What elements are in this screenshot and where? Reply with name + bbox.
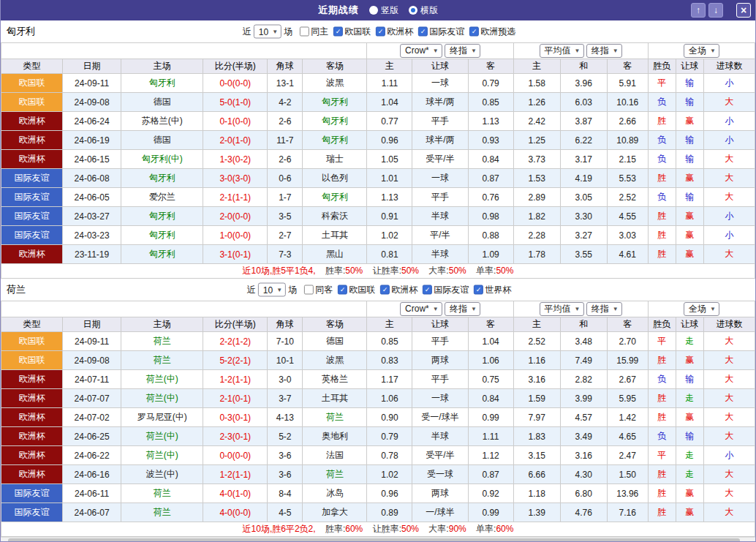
- home-team[interactable]: 德国: [121, 93, 203, 112]
- home-team[interactable]: 荷兰(中): [121, 370, 203, 389]
- home-team[interactable]: 荷兰: [121, 351, 203, 370]
- away-team[interactable]: 波黑: [303, 351, 367, 370]
- home-team[interactable]: 匈牙利: [121, 245, 203, 264]
- average-select[interactable]: 平均值▼: [540, 302, 584, 316]
- home-team[interactable]: 荷兰(中): [121, 389, 203, 408]
- away-team[interactable]: 冰岛: [303, 484, 367, 503]
- away-team[interactable]: 荷兰: [303, 408, 367, 427]
- match-score[interactable]: 1-0(0-0): [203, 226, 268, 245]
- fulltime-select[interactable]: 全场▼: [684, 44, 719, 58]
- match-score[interactable]: 4-0(1-0): [203, 484, 268, 503]
- average-select[interactable]: 平均值▼: [540, 44, 584, 58]
- league-badge[interactable]: 欧国联: [1, 74, 63, 93]
- match-score[interactable]: 2-0(0-0): [203, 207, 268, 226]
- league-badge[interactable]: 国际友谊: [1, 503, 63, 522]
- scrollbar-thumb[interactable]: [8, 538, 740, 542]
- league-filter-checkbox[interactable]: ✓ 世界杯: [474, 284, 511, 296]
- away-team[interactable]: 匈牙利: [303, 93, 367, 112]
- league-badge[interactable]: 欧洲杯: [1, 370, 63, 389]
- league-badge[interactable]: 欧洲杯: [1, 112, 63, 131]
- match-score[interactable]: 2-1(0-1): [203, 389, 268, 408]
- match-score[interactable]: 2-3(0-1): [203, 427, 268, 446]
- league-badge[interactable]: 国际友谊: [1, 226, 63, 245]
- match-score[interactable]: 1-3(0-2): [203, 150, 268, 169]
- league-filter-checkbox[interactable]: ✓ 欧国联: [333, 26, 371, 38]
- layout-radio-horizontal[interactable]: 横版: [409, 4, 438, 17]
- league-badge[interactable]: 欧国联: [1, 351, 63, 370]
- home-team[interactable]: 波兰(中): [121, 465, 203, 484]
- league-badge[interactable]: 国际友谊: [1, 207, 63, 226]
- match-score[interactable]: 3-0(3-0): [203, 169, 268, 188]
- league-badge[interactable]: 欧洲杯: [1, 150, 63, 169]
- away-team[interactable]: 荷兰: [303, 465, 367, 484]
- away-team[interactable]: 土耳其: [303, 389, 367, 408]
- away-team[interactable]: 瑞士: [303, 150, 367, 169]
- league-badge[interactable]: 国际友谊: [1, 188, 63, 207]
- away-team[interactable]: 以色列: [303, 169, 367, 188]
- away-team[interactable]: 匈牙利: [303, 131, 367, 150]
- home-team[interactable]: 德国: [121, 131, 203, 150]
- home-team[interactable]: 荷兰(中): [121, 427, 203, 446]
- match-score[interactable]: 1-2(1-1): [203, 370, 268, 389]
- away-team[interactable]: 黑山: [303, 245, 367, 264]
- match-score[interactable]: 0-0(0-0): [203, 74, 268, 93]
- close-button[interactable]: ×: [736, 3, 751, 18]
- home-team[interactable]: 荷兰: [121, 484, 203, 503]
- home-team[interactable]: 匈牙利: [121, 74, 203, 93]
- average-time-select[interactable]: 终指▼: [586, 44, 622, 58]
- match-score[interactable]: 2-1(1-1): [203, 188, 268, 207]
- league-badge[interactable]: 欧洲杯: [1, 446, 63, 465]
- match-score[interactable]: 3-1(0-1): [203, 245, 268, 264]
- away-team[interactable]: 波黑: [303, 74, 367, 93]
- match-score[interactable]: 2-2(1-2): [203, 332, 268, 351]
- away-team[interactable]: 匈牙利: [303, 112, 367, 131]
- league-badge[interactable]: 欧洲杯: [1, 389, 63, 408]
- league-badge[interactable]: 国际友谊: [1, 169, 63, 188]
- league-filter-checkbox[interactable]: ✓ 欧洲杯: [380, 284, 417, 296]
- home-team[interactable]: 罗马尼亚(中): [121, 408, 203, 427]
- home-team[interactable]: 苏格兰(中): [121, 112, 203, 131]
- fulltime-select[interactable]: 全场▼: [684, 302, 719, 316]
- home-team[interactable]: 荷兰: [121, 503, 203, 522]
- league-filter-checkbox[interactable]: ✓ 欧洲杯: [376, 26, 413, 38]
- league-badge[interactable]: 欧洲杯: [1, 427, 63, 446]
- home-team[interactable]: 荷兰(中): [121, 446, 203, 465]
- bookmaker-select[interactable]: Crow*▼: [400, 302, 442, 316]
- league-filter-checkbox[interactable]: ✓ 国际友谊: [423, 284, 469, 296]
- match-score[interactable]: 4-0(0-0): [203, 503, 268, 522]
- home-team[interactable]: 匈牙利(中): [121, 150, 203, 169]
- match-score[interactable]: 0-0(0-0): [203, 446, 268, 465]
- away-team[interactable]: 土耳其: [303, 226, 367, 245]
- layout-radio-vertical[interactable]: 竖版: [369, 4, 398, 17]
- home-team[interactable]: 荷兰: [121, 332, 203, 351]
- same-venue-checkbox[interactable]: 同客: [304, 284, 333, 296]
- recent-count-select[interactable]: 10▼: [258, 283, 286, 297]
- league-filter-checkbox[interactable]: ✓ 欧国联: [338, 284, 375, 296]
- scroll-down-button[interactable]: ↓: [708, 3, 723, 18]
- bookmaker-time-select[interactable]: 终指▼: [445, 44, 480, 58]
- recent-count-select[interactable]: 10▼: [254, 25, 281, 39]
- match-score[interactable]: 2-0(1-0): [203, 131, 268, 150]
- league-badge[interactable]: 欧国联: [1, 332, 63, 351]
- match-score[interactable]: 1-2(1-1): [203, 465, 268, 484]
- match-score[interactable]: 0-3(0-1): [203, 408, 268, 427]
- match-score[interactable]: 5-2(2-1): [203, 351, 268, 370]
- same-venue-checkbox[interactable]: 同主: [300, 26, 328, 38]
- league-badge[interactable]: 欧洲杯: [1, 131, 63, 150]
- home-team[interactable]: 匈牙利: [121, 169, 203, 188]
- league-filter-checkbox[interactable]: ✓ 国际友谊: [418, 26, 464, 38]
- bookmaker-select[interactable]: Crow*▼: [400, 44, 442, 58]
- match-score[interactable]: 5-0(1-0): [203, 93, 268, 112]
- league-badge[interactable]: 欧洲杯: [1, 408, 63, 427]
- home-team[interactable]: 匈牙利: [121, 226, 203, 245]
- league-badge[interactable]: 欧国联: [1, 93, 63, 112]
- away-team[interactable]: 奥地利: [303, 427, 367, 446]
- average-time-select[interactable]: 终指▼: [586, 302, 622, 316]
- away-team[interactable]: 英格兰: [303, 370, 367, 389]
- away-team[interactable]: 科索沃: [303, 207, 367, 226]
- away-team[interactable]: 匈牙利: [303, 188, 367, 207]
- bookmaker-time-select[interactable]: 终指▼: [445, 302, 480, 316]
- league-badge[interactable]: 欧洲杯: [1, 245, 63, 264]
- horizontal-scrollbar[interactable]: [1, 537, 755, 542]
- away-team[interactable]: 加拿大: [303, 503, 367, 522]
